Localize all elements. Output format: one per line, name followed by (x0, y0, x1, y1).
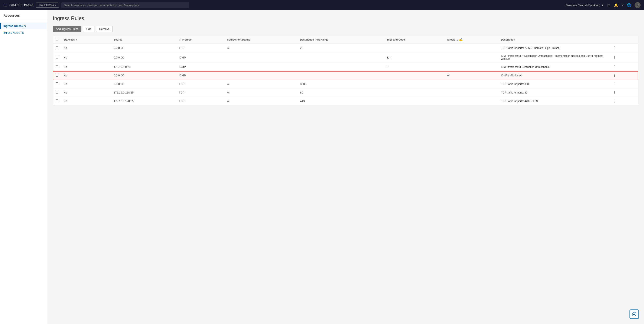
row-checkbox-1[interactable] (56, 56, 58, 59)
sidebar-item-ingress[interactable]: Ingress Rules (7) (0, 23, 47, 29)
row-checkbox-2[interactable] (56, 65, 58, 68)
help-icon[interactable]: ? (622, 3, 624, 7)
toolbar: Add Ingress Rules Edit Remove (53, 26, 638, 32)
row-actions-menu-icon[interactable]: ⋮ (612, 73, 618, 78)
table-row: No 172.16.0.128/25 TCP All 443 TCP traff… (53, 97, 638, 105)
row-actions-menu-icon[interactable]: ⋮ (612, 90, 618, 95)
topnav-icons: ◫ 🔔 ? 🌐 (607, 3, 631, 7)
row-actions-menu-icon[interactable]: ⋮ (612, 55, 618, 60)
row-allows (444, 44, 498, 52)
row-destination-port-range (298, 52, 384, 63)
row-stateless: No (61, 88, 111, 97)
row-checkbox-5[interactable] (56, 91, 58, 94)
row-source-port-range (224, 52, 298, 63)
select-all-checkbox[interactable] (56, 38, 58, 41)
row-type-and-code (384, 71, 444, 80)
oracle-logo: ORACLE Cloud (10, 4, 34, 7)
row-source-port-range (224, 63, 298, 71)
row-type-and-code: 3, 4 (384, 52, 444, 63)
row-actions-cell: ⋮ (609, 80, 638, 88)
row-description: ICMP traffic for: 3, 4 Destination Unrea… (498, 52, 609, 63)
row-allows (444, 80, 498, 88)
remove-button[interactable]: Remove (96, 26, 113, 32)
row-source-port-range (224, 71, 298, 80)
allows-sort-icon: ▲ (456, 39, 458, 41)
th-type-and-code: Type and Code (384, 36, 444, 44)
edit-button[interactable]: Edit (83, 26, 94, 32)
th-ip-protocol: IP Protocol (176, 36, 224, 44)
row-type-and-code (384, 88, 444, 97)
row-description: TCP traffic for ports: 22 SSH Remote Log… (498, 44, 609, 52)
th-description: Description (498, 36, 609, 44)
row-source: 0.0.0.0/0 (111, 52, 176, 63)
row-checkbox-6[interactable] (56, 99, 58, 102)
row-checkbox-cell (53, 80, 61, 88)
table-row: No 0.0.0.0/0 TCP All 22 TCP traffic for … (53, 44, 638, 52)
row-stateless: No (61, 80, 111, 88)
row-type-and-code (384, 44, 444, 52)
row-checkbox-cell (53, 63, 61, 71)
table-row: No 0.0.0.0/0 ICMP 3, 4 ICMP traffic for:… (53, 52, 638, 63)
globe-icon[interactable]: 🌐 (627, 3, 631, 7)
row-stateless: No (61, 71, 111, 80)
bell-icon[interactable]: 🔔 (614, 3, 618, 7)
row-checkbox-3[interactable] (56, 74, 58, 77)
add-ingress-rules-button[interactable]: Add Ingress Rules (53, 26, 82, 32)
search-input[interactable] (61, 2, 189, 8)
row-destination-port-range (298, 71, 384, 80)
row-actions-menu-icon[interactable]: ⋮ (612, 82, 618, 86)
th-allows[interactable]: Allows ▲ ✍ (444, 36, 498, 44)
help-widget[interactable] (630, 309, 639, 319)
row-actions-cell: ⋮ (609, 71, 638, 80)
avatar[interactable]: U (634, 2, 640, 8)
row-actions-cell: ⋮ (609, 97, 638, 105)
row-actions-menu-icon[interactable]: ⋮ (612, 99, 618, 103)
row-description: TCP traffic for ports: 3389 (498, 80, 609, 88)
row-actions-menu-icon[interactable]: ⋮ (612, 46, 618, 50)
table-row: No 0.0.0.0/0 ICMP All ICMP traffic for: … (53, 71, 638, 80)
row-checkbox-cell (53, 97, 61, 105)
chevron-down-icon: ▼ (601, 4, 604, 7)
row-ip-protocol: TCP (176, 44, 224, 52)
topnav: ☰ ORACLE Cloud Cloud Classic › Germany C… (0, 0, 644, 10)
row-actions-menu-icon[interactable]: ⋮ (612, 65, 618, 69)
row-allows (444, 88, 498, 97)
th-actions (609, 36, 638, 44)
row-destination-port-range (298, 63, 384, 71)
row-allows (444, 52, 498, 63)
row-ip-protocol: TCP (176, 80, 224, 88)
row-checkbox-4[interactable] (56, 82, 58, 85)
row-allows (444, 63, 498, 71)
row-actions-cell: ⋮ (609, 88, 638, 97)
hamburger-icon[interactable]: ☰ (4, 3, 7, 8)
page-title: Ingress Rules (53, 15, 638, 21)
row-allows: All (444, 71, 498, 80)
monitor-icon[interactable]: ◫ (607, 3, 610, 7)
row-ip-protocol: ICMP (176, 63, 224, 71)
row-checkbox-cell (53, 44, 61, 52)
sidebar-title: Resources (0, 14, 47, 20)
ingress-rules-table: Stateless ▼ Source IP Protocol Source Po… (53, 36, 638, 105)
sidebar: Resources Ingress Rules (7) Egress Rules… (0, 10, 47, 324)
th-stateless[interactable]: Stateless ▼ (61, 36, 111, 44)
row-stateless: No (61, 63, 111, 71)
row-source-port-range: All (224, 80, 298, 88)
table-row: No 0.0.0.0/0 TCP All 3389 TCP traffic fo… (53, 80, 638, 88)
sidebar-item-egress[interactable]: Egress Rules (1) (0, 29, 47, 36)
row-source: 0.0.0.0/0 (111, 71, 176, 80)
th-source: Source (111, 36, 176, 44)
row-checkbox-cell (53, 71, 61, 80)
th-source-port-range: Source Port Range (224, 36, 298, 44)
cloud-classic-button[interactable]: Cloud Classic › (36, 3, 59, 8)
row-source: 172.16.0.0/24 (111, 63, 176, 71)
row-source-port-range: All (224, 97, 298, 105)
sort-icon: ▼ (76, 39, 78, 41)
row-source: 172.16.0.128/25 (111, 97, 176, 105)
row-checkbox-0[interactable] (56, 46, 58, 49)
table-row: No 172.16.0.0/24 ICMP 3 ICMP traffic for… (53, 63, 638, 71)
region-selector[interactable]: Germany Central (Frankfurt) ▼ (566, 4, 604, 7)
row-type-and-code (384, 80, 444, 88)
row-type-and-code: 3 (384, 63, 444, 71)
row-description: TCP traffic for ports: 443 HTTPS (498, 97, 609, 105)
row-actions-cell: ⋮ (609, 63, 638, 71)
